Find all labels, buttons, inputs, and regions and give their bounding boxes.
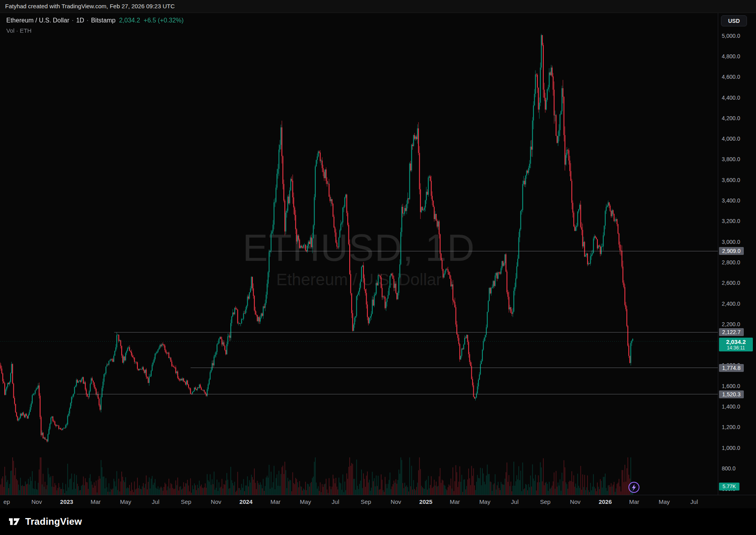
price-level-label: 2,909.0 bbox=[719, 247, 744, 255]
legend-change: +6.5 (+0.32%) bbox=[144, 17, 183, 24]
time-axis-tick: Mar bbox=[271, 498, 281, 505]
price-axis-tick: 3,600.0 bbox=[722, 176, 740, 184]
legend-last-price: 2,034.2 bbox=[119, 17, 140, 24]
time-axis-tick: Mar bbox=[629, 498, 639, 505]
separator-dot: · bbox=[87, 17, 89, 24]
time-axis[interactable]: epNov2023MarMayJulSepNov2024MarMayJulSep… bbox=[0, 495, 756, 508]
bar-countdown: 14:36:11 bbox=[719, 345, 753, 351]
chart-legend[interactable]: Ethereum / U.S. Dollar·1D·Bitstamp2,034.… bbox=[6, 17, 183, 34]
tradingview-logo-icon bbox=[8, 515, 21, 528]
price-axis-tick: 4,400.0 bbox=[722, 94, 740, 101]
time-axis-tick: May bbox=[659, 498, 670, 505]
price-axis-tick: 2,200.0 bbox=[722, 321, 740, 328]
time-axis-tick: ep bbox=[4, 498, 10, 505]
time-axis-tick: May bbox=[479, 498, 490, 505]
price-level-line[interactable] bbox=[114, 332, 718, 333]
price-axis-tick: 4,600.0 bbox=[722, 73, 740, 80]
price-axis-tick: 2,600.0 bbox=[722, 279, 740, 286]
time-axis-tick: Jul bbox=[152, 498, 159, 505]
price-axis[interactable]: USD 5,000.04,800.04,600.04,400.04,200.04… bbox=[718, 13, 756, 495]
time-axis-tick: Nov bbox=[570, 498, 581, 505]
time-axis-tick: Sep bbox=[540, 498, 550, 505]
time-axis-tick: May bbox=[300, 498, 311, 505]
last-price-value: 2,034.2 bbox=[719, 338, 753, 345]
volume-indicator-label[interactable]: Vol · ETH bbox=[6, 27, 183, 34]
footer-bar: TradingView bbox=[0, 508, 756, 535]
volume-axis-label: 5.77K bbox=[719, 483, 739, 490]
time-axis-tick: 2026 bbox=[598, 498, 611, 505]
time-axis-tick: Mar bbox=[91, 498, 101, 505]
time-axis-tick: May bbox=[120, 498, 131, 505]
tradingview-snapshot: { "attribution": "Fatyhad created with T… bbox=[0, 0, 756, 535]
attribution-text: Fatyhad created with TradingView.com, Fe… bbox=[5, 3, 175, 9]
time-axis-tick: Nov bbox=[391, 498, 401, 505]
time-axis-tick: Sep bbox=[361, 498, 371, 505]
price-axis-tick: 1,600.0 bbox=[722, 383, 740, 390]
candlestick-canvas[interactable] bbox=[0, 13, 718, 495]
time-axis-tick: 2023 bbox=[60, 498, 73, 505]
price-level-line[interactable] bbox=[269, 251, 718, 251]
exchange-label: Bitstamp bbox=[91, 17, 115, 24]
attribution-bar: Fatyhad created with TradingView.com, Fe… bbox=[0, 0, 756, 13]
price-level-line[interactable] bbox=[191, 368, 718, 368]
price-axis-tick: 5,000.0 bbox=[722, 32, 740, 39]
price-axis-tick: 3,000.0 bbox=[722, 238, 740, 245]
price-axis-tick: 3,400.0 bbox=[722, 197, 740, 204]
legend-main-row: Ethereum / U.S. Dollar·1D·Bitstamp2,034.… bbox=[6, 17, 183, 24]
price-level-line[interactable] bbox=[77, 394, 718, 394]
chart-pane[interactable]: ETHUSD, 1D Ethereum / U.S. Dollar Ethere… bbox=[0, 13, 718, 495]
price-axis-tick: 800.0 bbox=[722, 465, 736, 472]
time-axis-tick: Sep bbox=[181, 498, 191, 505]
price-axis-tick: 1,000.0 bbox=[722, 444, 740, 451]
last-price-label: 2,034.2 14:36:11 bbox=[719, 338, 753, 351]
lightning-icon[interactable] bbox=[628, 481, 640, 494]
price-axis-tick: 3,800.0 bbox=[722, 156, 740, 163]
time-axis-tick: Jul bbox=[690, 498, 698, 505]
price-axis-tick: 4,000.0 bbox=[722, 135, 740, 142]
price-axis-tick: 2,800.0 bbox=[722, 259, 740, 266]
separator-dot: · bbox=[72, 17, 74, 24]
currency-toggle-button[interactable]: USD bbox=[721, 15, 747, 26]
time-axis-tick: Jul bbox=[511, 498, 519, 505]
interval-label[interactable]: 1D bbox=[76, 17, 84, 24]
tradingview-brand-text: TradingView bbox=[25, 516, 82, 527]
time-axis-tick: Nov bbox=[211, 498, 221, 505]
chart-region: ETHUSD, 1D Ethereum / U.S. Dollar Ethere… bbox=[0, 13, 756, 495]
price-level-label: 1,520.3 bbox=[719, 390, 744, 398]
time-axis-tick: Nov bbox=[32, 498, 42, 505]
price-axis-tick: 1,400.0 bbox=[722, 403, 740, 410]
price-level-label: 2,122.7 bbox=[719, 328, 744, 336]
time-axis-tick: Jul bbox=[332, 498, 339, 505]
price-axis-tick: 4,200.0 bbox=[722, 115, 740, 122]
time-axis-tick: Mar bbox=[450, 498, 460, 505]
price-axis-tick: 1,200.0 bbox=[722, 424, 740, 431]
symbol-title[interactable]: Ethereum / U.S. Dollar bbox=[6, 17, 69, 24]
time-axis-tick: 2025 bbox=[419, 498, 432, 505]
price-axis-tick: 3,200.0 bbox=[722, 217, 740, 225]
price-level-label: 1,774.8 bbox=[719, 364, 744, 372]
time-axis-tick: 2024 bbox=[239, 498, 252, 505]
price-axis-tick: 4,800.0 bbox=[722, 53, 740, 60]
price-axis-tick: 2,400.0 bbox=[722, 300, 740, 307]
